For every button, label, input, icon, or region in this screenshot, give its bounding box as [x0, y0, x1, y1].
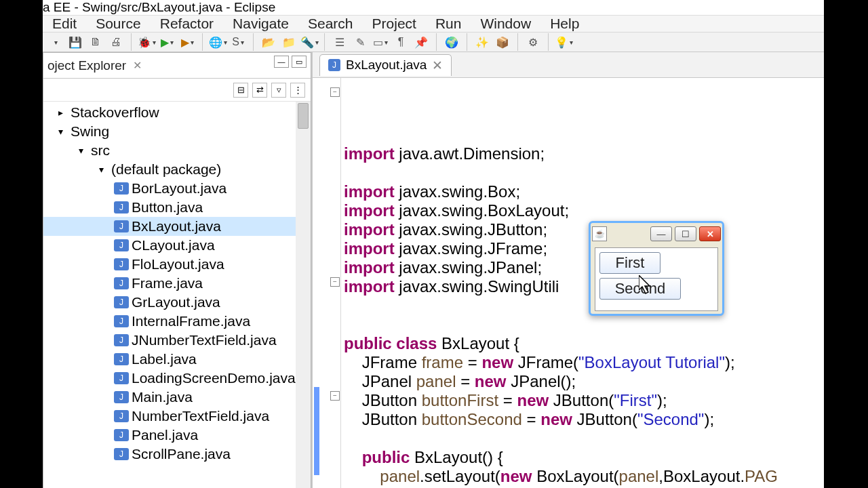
project-explorer-view: — ▭ oject Explorer ✕ ⊟ ⇄ ▿ ⋮ ▸Stackoverf… — [43, 52, 311, 488]
tree-item-label: GrLayout.java — [132, 294, 220, 310]
tree-item-label: Swing — [71, 123, 109, 140]
maximize-button[interactable]: ☐ — [675, 226, 696, 241]
tree-item[interactable]: JScrollPane.java — [43, 445, 311, 464]
tree-item-label: Main.java — [132, 389, 193, 405]
separator-icon — [467, 33, 467, 51]
run-button[interactable]: ▶ — [157, 33, 176, 52]
tree-item[interactable]: JBorLayout.java — [43, 179, 311, 198]
save-button[interactable]: 💾 — [66, 33, 85, 52]
menu-help[interactable]: Help — [540, 16, 589, 32]
close-tab-icon[interactable]: ✕ — [432, 58, 443, 73]
java-file-icon: J — [114, 353, 129, 365]
wizard-button[interactable]: ✨ — [473, 33, 492, 52]
swing-app-window[interactable]: ☕ — ☐ ✕ First Second — [589, 221, 724, 316]
menu-run[interactable]: Run — [426, 16, 471, 32]
mark-occurrences-button[interactable]: ✎ — [351, 33, 370, 52]
build-button[interactable]: ⚙ — [524, 33, 542, 52]
menu-source[interactable]: Source — [86, 16, 151, 32]
swing-titlebar[interactable]: ☕ — ☐ ✕ — [591, 223, 722, 245]
fold-toggle-icon[interactable]: − — [330, 277, 340, 287]
java-file-icon: J — [114, 182, 129, 195]
profile-button[interactable]: S — [229, 33, 248, 52]
debug-button[interactable]: 🐞 — [137, 33, 156, 52]
tree-item[interactable]: JInternalFrame.java — [43, 312, 311, 331]
tree-item-label: (default package) — [111, 161, 221, 178]
link-editor-button[interactable]: ⇄ — [252, 83, 267, 98]
pin-button[interactable]: 📌 — [412, 33, 431, 52]
expand-icon: ▸ — [53, 106, 68, 119]
filters-button[interactable]: ⋮ — [290, 83, 305, 98]
java-file-icon: J — [114, 296, 129, 308]
view-title: oject Explorer — [47, 58, 126, 73]
close-view-icon[interactable]: ✕ — [133, 59, 142, 72]
code-content[interactable]: import java.awt.Dimension; import javax.… — [344, 144, 821, 488]
tree-item[interactable]: JBxLayout.java — [43, 217, 311, 236]
tree-item[interactable]: ▾Swing — [43, 122, 311, 141]
tree-item[interactable]: ▾src — [43, 141, 311, 160]
separator-icon — [202, 33, 203, 51]
separator-icon — [324, 33, 325, 51]
minimize-view-button[interactable]: — — [274, 56, 289, 68]
menu-project[interactable]: Project — [363, 16, 426, 32]
tips-button[interactable]: 💡 — [554, 33, 573, 52]
server-button[interactable]: 🌐 — [208, 33, 227, 52]
window-title: a EE - Swing/src/BxLayout.java - Eclipse — [43, 0, 824, 15]
tree-item[interactable]: JJNumberTextField.java — [43, 331, 311, 350]
search-tool-button[interactable]: 🔦 — [300, 33, 319, 52]
toggle-breadcrumb-button[interactable]: ☰ — [330, 33, 349, 52]
minimize-button[interactable]: — — [650, 226, 672, 241]
java-file-icon: J — [114, 429, 129, 441]
java-file-icon: J — [114, 220, 129, 232]
tree-item[interactable]: JMain.java — [43, 388, 311, 407]
menu-refactor[interactable]: Refactor — [151, 16, 223, 32]
menu-window[interactable]: Window — [471, 16, 540, 32]
tree-item-label: Panel.java — [132, 427, 198, 443]
java-file-icon: J — [114, 391, 129, 403]
fold-toggle-icon[interactable]: − — [330, 87, 340, 97]
first-button[interactable]: First — [599, 252, 660, 274]
tree-item[interactable]: JGrLayout.java — [43, 293, 311, 312]
tree-item[interactable]: ▸Stackoverflow — [43, 103, 311, 122]
tree-item[interactable]: JNumberTextField.java — [43, 407, 311, 426]
print-button[interactable]: 🖨 — [106, 33, 125, 52]
tree-item[interactable]: JPanel.java — [43, 426, 311, 445]
tree-item-label: Stackoverflow — [71, 104, 159, 121]
scrollbar-thumb[interactable] — [298, 103, 309, 129]
menu-edit[interactable]: Edit — [43, 16, 86, 32]
tree-item[interactable]: ▾(default package) — [43, 160, 311, 179]
java-file-icon: J — [114, 277, 129, 289]
tree-item[interactable]: JCLayout.java — [43, 236, 311, 255]
open-type-button[interactable]: 📂 — [259, 33, 278, 52]
menu-search[interactable]: Search — [298, 16, 363, 32]
open-task-button[interactable]: 📁 — [279, 33, 298, 52]
project-tree[interactable]: ▸Stackoverflow▾Swing▾src▾(default packag… — [43, 102, 311, 488]
run-ext-button[interactable]: ▶ — [178, 33, 197, 52]
swing-content-pane: First Second — [595, 247, 718, 311]
tree-item[interactable]: JFloLayout.java — [43, 255, 311, 274]
second-button[interactable]: Second — [599, 278, 681, 300]
maximize-view-button[interactable]: ▭ — [292, 56, 307, 68]
java-file-icon: J — [328, 59, 340, 71]
close-button[interactable]: ✕ — [699, 226, 721, 241]
fold-toggle-icon[interactable]: − — [330, 391, 340, 401]
collapse-all-button[interactable]: ⊟ — [233, 83, 248, 98]
project-explorer-tab[interactable]: oject Explorer ✕ — [43, 53, 311, 79]
save-all-button[interactable]: 🗎 — [86, 33, 105, 52]
new-button[interactable] — [45, 33, 64, 52]
show-whitespace-button[interactable]: ¶ — [391, 33, 410, 52]
view-menu-button[interactable]: ▿ — [271, 83, 286, 98]
tree-item[interactable]: JLoadingScreenDemo.java — [43, 369, 311, 388]
tree-item[interactable]: JButton.java — [43, 198, 311, 217]
separator-icon — [548, 33, 549, 51]
tree-item[interactable]: JFrame.java — [43, 274, 311, 293]
explorer-scrollbar[interactable] — [296, 102, 311, 488]
code-editor[interactable]: − − − import java.awt.Dimension; import … — [313, 78, 824, 488]
menu-navigate[interactable]: Navigate — [223, 16, 298, 32]
package-button[interactable]: 📦 — [493, 33, 512, 52]
browser-button[interactable]: 🌍 — [442, 33, 461, 52]
separator-icon — [131, 33, 132, 51]
block-selection-button[interactable]: ▭ — [371, 33, 390, 52]
editor-tab-bxlayout[interactable]: J BxLayout.java ✕ — [319, 54, 452, 76]
menu-bar: Edit Source Refactor Navigate Search Pro… — [43, 15, 824, 32]
tree-item[interactable]: JLabel.java — [43, 350, 311, 369]
